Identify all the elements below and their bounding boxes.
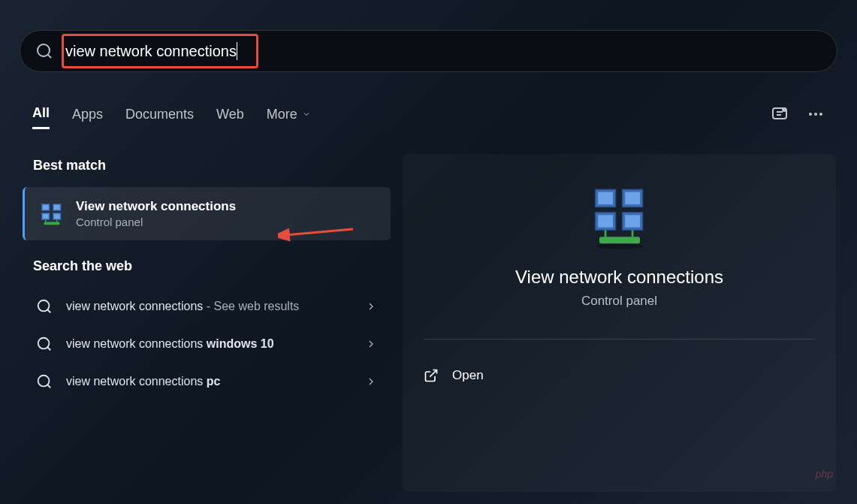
svg-rect-31 — [598, 215, 613, 227]
svg-point-18 — [38, 300, 50, 312]
tab-apps[interactable]: Apps — [72, 107, 103, 128]
detail-panel: View network connections Control panel O… — [403, 154, 836, 492]
search-icon — [36, 298, 53, 315]
result-text-block: View network connections Control panel — [76, 199, 377, 228]
svg-rect-12 — [43, 214, 49, 219]
chevron-right-icon — [365, 376, 377, 388]
results-panel: Best match View network connections Cont… — [23, 158, 391, 400]
search-icon — [36, 336, 53, 352]
more-options-icon[interactable] — [807, 105, 825, 123]
svg-point-22 — [38, 376, 50, 387]
svg-rect-8 — [43, 205, 49, 210]
web-result-2[interactable]: view network connections pc — [23, 363, 391, 400]
network-connections-icon — [38, 201, 65, 228]
svg-point-37 — [596, 243, 643, 249]
watermark: php — [816, 468, 833, 480]
search-input[interactable]: view network connections — [65, 43, 237, 60]
result-title: View network connections — [76, 199, 377, 214]
svg-rect-10 — [54, 205, 60, 210]
svg-point-6 — [819, 113, 822, 116]
chevron-right-icon — [365, 338, 377, 350]
svg-rect-33 — [625, 215, 640, 227]
chevron-down-icon — [302, 110, 311, 119]
tab-more[interactable]: More — [267, 107, 311, 128]
svg-point-20 — [38, 338, 50, 349]
open-action[interactable]: Open — [424, 362, 815, 389]
chat-icon[interactable] — [771, 105, 789, 123]
tab-documents[interactable]: Documents — [125, 107, 194, 128]
svg-point-4 — [809, 113, 812, 116]
tab-web[interactable]: Web — [216, 107, 244, 128]
svg-line-21 — [47, 347, 50, 350]
svg-rect-15 — [44, 222, 60, 225]
svg-rect-34 — [599, 237, 640, 243]
svg-line-1 — [48, 55, 51, 58]
svg-line-19 — [47, 309, 50, 312]
best-match-result[interactable]: View network connections Control panel — [23, 187, 391, 240]
svg-point-3 — [783, 108, 786, 111]
filter-tabs: All Apps Documents Web More — [32, 105, 825, 129]
svg-line-23 — [47, 385, 50, 388]
open-label: Open — [452, 368, 484, 383]
chevron-right-icon — [365, 300, 377, 312]
svg-point-0 — [38, 44, 50, 56]
web-result-text: view network connections windows 10 — [66, 337, 365, 351]
search-web-heading: Search the web — [23, 258, 391, 274]
best-match-heading: Best match — [23, 158, 391, 174]
search-icon — [36, 373, 53, 390]
svg-rect-29 — [625, 192, 640, 204]
search-bar[interactable]: view network connections — [20, 30, 837, 72]
web-result-1[interactable]: view network connections windows 10 — [23, 325, 391, 363]
web-result-0[interactable]: view network connections - See web resul… — [23, 288, 391, 325]
search-icon — [35, 42, 53, 60]
detail-subtitle: Control panel — [424, 294, 815, 309]
svg-line-38 — [430, 370, 436, 377]
text-cursor — [237, 42, 237, 60]
network-connections-large-icon — [586, 184, 653, 252]
svg-point-5 — [814, 113, 817, 116]
web-result-text: view network connections - See web resul… — [66, 300, 365, 313]
tab-all[interactable]: All — [32, 105, 50, 129]
tabs-right-actions — [771, 105, 825, 123]
tab-more-label: More — [267, 107, 297, 122]
detail-title: View network connections — [424, 267, 815, 288]
web-result-text: view network connections pc — [66, 375, 365, 388]
svg-rect-27 — [598, 192, 613, 204]
divider — [424, 339, 815, 340]
svg-rect-14 — [54, 214, 60, 219]
open-external-icon — [424, 368, 439, 383]
result-subtitle: Control panel — [76, 216, 377, 228]
